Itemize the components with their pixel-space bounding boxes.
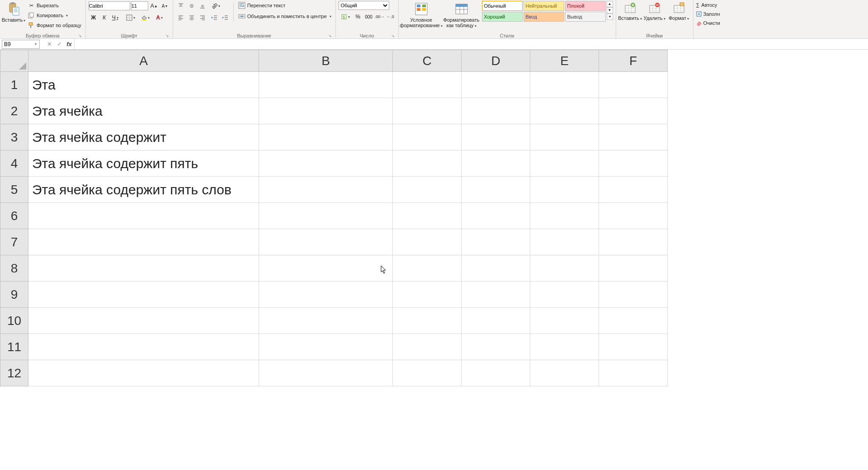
column-header-A[interactable]: A bbox=[28, 50, 259, 72]
increase-decimal-button[interactable]: .00→ bbox=[375, 12, 385, 22]
cell-A9[interactable] bbox=[28, 282, 259, 308]
cell-B2[interactable] bbox=[259, 98, 393, 124]
cell-E7[interactable] bbox=[530, 229, 599, 255]
cell-E11[interactable] bbox=[530, 334, 599, 360]
cell-C7[interactable] bbox=[393, 229, 462, 255]
style-chip-Обычный[interactable]: Обычный bbox=[482, 1, 523, 11]
row-header-4[interactable]: 4 bbox=[0, 150, 28, 177]
column-header-D[interactable]: D bbox=[462, 50, 530, 72]
chevron-down-icon[interactable]: ▾ bbox=[32, 42, 39, 46]
cell-C12[interactable] bbox=[393, 360, 462, 386]
cell-A4[interactable]: Эта ячейка содержит пять bbox=[28, 150, 259, 177]
align-bottom-button[interactable] bbox=[198, 1, 208, 11]
cell-C4[interactable] bbox=[393, 150, 462, 177]
cell-C9[interactable] bbox=[393, 282, 462, 308]
cell-F5[interactable] bbox=[599, 177, 668, 203]
cell-B12[interactable] bbox=[259, 360, 393, 386]
style-chip-Ввод[interactable]: Ввод bbox=[524, 12, 564, 22]
decrease-decimal-button[interactable]: ←.0 bbox=[386, 12, 396, 22]
cell-B3[interactable] bbox=[259, 124, 393, 150]
cell-D7[interactable] bbox=[462, 229, 530, 255]
cell-F10[interactable] bbox=[599, 308, 668, 334]
cell-A11[interactable] bbox=[28, 334, 259, 360]
cell-D8[interactable] bbox=[462, 255, 530, 282]
cell-A2[interactable]: Эта ячейка bbox=[28, 98, 259, 124]
row-header-1[interactable]: 1 bbox=[0, 72, 28, 98]
italic-button[interactable]: К bbox=[99, 13, 109, 23]
increase-indent-button[interactable] bbox=[220, 13, 230, 23]
paste-button[interactable]: Вставить▾ bbox=[3, 1, 24, 24]
cell-F8[interactable] bbox=[599, 255, 668, 282]
cell-B11[interactable] bbox=[259, 334, 393, 360]
cell-E1[interactable] bbox=[530, 72, 599, 98]
font-size-input[interactable] bbox=[131, 1, 148, 10]
column-header-E[interactable]: E bbox=[530, 50, 599, 72]
row-header-3[interactable]: 3 bbox=[0, 124, 28, 150]
clear-button[interactable]: Очисти bbox=[696, 19, 720, 27]
cell-A7[interactable] bbox=[28, 229, 259, 255]
insert-function-button[interactable]: fx bbox=[64, 39, 74, 49]
cell-B4[interactable] bbox=[259, 150, 393, 177]
percent-button[interactable]: % bbox=[353, 12, 363, 22]
decrease-font-button[interactable]: A▼ bbox=[160, 1, 170, 11]
cell-D2[interactable] bbox=[462, 98, 530, 124]
cell-C5[interactable] bbox=[393, 177, 462, 203]
cell-F4[interactable] bbox=[599, 150, 668, 177]
accounting-format-button[interactable]: $▾ bbox=[339, 12, 352, 22]
cell-F6[interactable] bbox=[599, 203, 668, 229]
delete-cells-button[interactable]: Удалить▾ bbox=[643, 1, 666, 21]
formula-input[interactable] bbox=[74, 39, 868, 49]
font-name-input[interactable] bbox=[89, 1, 130, 10]
style-chip-Нейтральный[interactable]: Нейтральный bbox=[524, 1, 564, 11]
format-painter-button[interactable]: Формат по образцу bbox=[26, 21, 83, 30]
cell-C11[interactable] bbox=[393, 334, 462, 360]
dialog-launcher-icon[interactable] bbox=[327, 33, 333, 38]
cell-E10[interactable] bbox=[530, 308, 599, 334]
cell-A8[interactable] bbox=[28, 255, 259, 282]
cell-F2[interactable] bbox=[599, 98, 668, 124]
insert-cells-button[interactable]: Вставить▾ bbox=[619, 1, 642, 21]
align-top-button[interactable] bbox=[176, 1, 186, 11]
cell-E4[interactable] bbox=[530, 150, 599, 177]
cell-B8[interactable] bbox=[259, 255, 393, 282]
cell-D6[interactable] bbox=[462, 203, 530, 229]
cell-D5[interactable] bbox=[462, 177, 530, 203]
style-chip-Плохой[interactable]: Плохой bbox=[565, 1, 606, 11]
cell-D9[interactable] bbox=[462, 282, 530, 308]
cell-D1[interactable] bbox=[462, 72, 530, 98]
format-cells-button[interactable]: Формат▾ bbox=[668, 1, 690, 21]
cell-E2[interactable] bbox=[530, 98, 599, 124]
column-header-C[interactable]: C bbox=[393, 50, 462, 72]
conditional-formatting-button[interactable]: Условное форматирование▾ bbox=[401, 1, 441, 29]
cell-B7[interactable] bbox=[259, 229, 393, 255]
copy-button[interactable]: Копировать▾ bbox=[26, 11, 83, 20]
cell-F3[interactable] bbox=[599, 124, 668, 150]
align-right-button[interactable] bbox=[198, 13, 208, 23]
select-all-corner[interactable] bbox=[0, 50, 28, 72]
wrap-text-button[interactable]: Перенести текст bbox=[237, 1, 333, 10]
row-header-2[interactable]: 2 bbox=[0, 98, 28, 124]
cut-button[interactable]: ✂ Вырезать bbox=[26, 1, 83, 10]
cell-A5[interactable]: Эта ячейка содержит пять слов bbox=[28, 177, 259, 203]
cell-D12[interactable] bbox=[462, 360, 530, 386]
row-header-6[interactable]: 6 bbox=[0, 203, 28, 229]
cell-A12[interactable] bbox=[28, 360, 259, 386]
cell-C8[interactable] bbox=[393, 255, 462, 282]
format-as-table-button[interactable]: Форматировать как таблицу▾ bbox=[443, 1, 480, 29]
font-color-button[interactable]: A▾ bbox=[153, 13, 166, 23]
dialog-launcher-icon[interactable] bbox=[77, 33, 83, 38]
cell-F11[interactable] bbox=[599, 334, 668, 360]
cell-C1[interactable] bbox=[393, 72, 462, 98]
autosum-button[interactable]: ∑Автосу bbox=[696, 1, 717, 9]
cell-B6[interactable] bbox=[259, 203, 393, 229]
row-header-11[interactable]: 11 bbox=[0, 334, 28, 360]
cell-F1[interactable] bbox=[599, 72, 668, 98]
cell-B10[interactable] bbox=[259, 308, 393, 334]
align-left-button[interactable] bbox=[176, 13, 186, 23]
cell-A10[interactable] bbox=[28, 308, 259, 334]
cell-B1[interactable] bbox=[259, 72, 393, 98]
cell-C2[interactable] bbox=[393, 98, 462, 124]
name-box[interactable]: ▾ bbox=[2, 40, 40, 49]
row-header-7[interactable]: 7 bbox=[0, 229, 28, 255]
orientation-button[interactable]: ab▾ bbox=[209, 1, 223, 11]
